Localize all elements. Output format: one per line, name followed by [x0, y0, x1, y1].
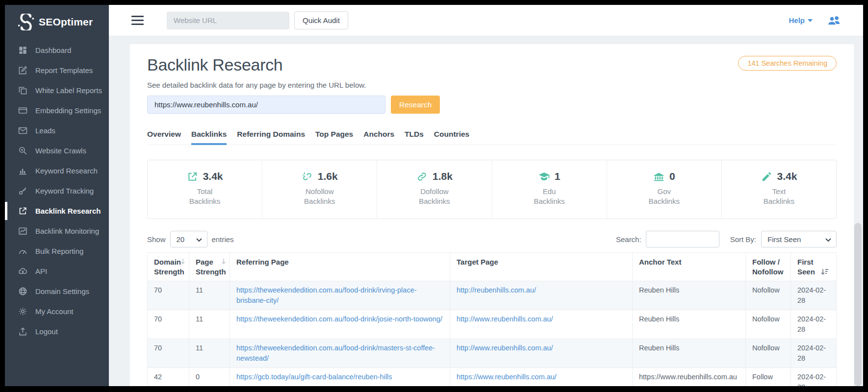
- page-title: Backlink Research: [147, 55, 282, 74]
- stat-gov-backlinks: 0 GovBacklinks: [607, 160, 721, 219]
- cell-target-page: http://www.reubenhills.com.au/: [450, 310, 633, 339]
- sidebar-item-label: Logout: [35, 327, 58, 336]
- globe-icon: [18, 287, 27, 296]
- sidebar-item-dashboard[interactable]: Dashboard: [5, 40, 109, 60]
- help-label: Help: [789, 16, 805, 24]
- sidebar-item-domain-settings[interactable]: Domain Settings: [5, 281, 109, 301]
- stats-bar: 3.4k TotalBacklinks 1.6k NofollowBacklin…: [147, 160, 837, 219]
- cell-anchor-text: Reuben Hills: [633, 281, 746, 310]
- target-page-link[interactable]: http://www.reubenhills.com.au/: [457, 315, 553, 323]
- sidebar-item-backlink-monitoring[interactable]: Backlink Monitoring: [5, 221, 109, 241]
- stat-edu-backlinks: 1 EduBacklinks: [492, 160, 607, 219]
- stat-label: DofollowBacklinks: [377, 187, 491, 206]
- cell-referring-page: https://gcb.today/au/gift-card-balance/r…: [230, 368, 450, 387]
- help-dropdown[interactable]: Help: [789, 16, 813, 24]
- tab-overview[interactable]: Overview: [147, 130, 181, 145]
- referring-page-link[interactable]: https://theweekendedition.com.au/food-dr…: [236, 315, 442, 323]
- sidebar-item-report-templates[interactable]: Report Templates: [5, 60, 109, 80]
- tab-tlds[interactable]: TLDs: [405, 130, 424, 145]
- vertical-scrollbar-thumb[interactable]: [854, 223, 862, 386]
- cell-anchor-text: Reuben Hills: [633, 310, 746, 339]
- column-header-first-seen[interactable]: First Seen: [791, 253, 837, 281]
- sidebar-item-keyword-tracking[interactable]: Keyword Tracking: [5, 181, 109, 201]
- stat-total-backlinks: 3.4k TotalBacklinks: [148, 160, 262, 219]
- backlink-research-card: Backlink Research 141 Searches Remaining…: [130, 44, 854, 386]
- sidebar-menu: Dashboard Report Templates White Label R…: [5, 40, 109, 342]
- tab-bar: OverviewBacklinksReferring DomainsTop Pa…: [147, 130, 837, 145]
- hamburger-menu-icon[interactable]: [131, 16, 144, 25]
- gear-icon: [18, 307, 27, 316]
- brand-name: SEOptimer: [39, 16, 93, 28]
- page-size-select[interactable]: 20: [171, 231, 207, 247]
- sidebar-item-label: Leads: [35, 126, 55, 135]
- sidebar-item-keyword-research[interactable]: Keyword Research: [5, 161, 109, 181]
- brand-logo: SEOptimer: [5, 5, 109, 37]
- caret-down-icon: [808, 19, 813, 22]
- cell-page-strength: 11: [189, 310, 230, 339]
- cell-anchor-text: Reuben Hills: [633, 339, 746, 368]
- sidebar-item-bulk-reporting[interactable]: Bulk Reporting: [5, 241, 109, 261]
- page-size-select-wrap: 20: [170, 231, 207, 247]
- column-header-anchor-text[interactable]: Anchor Text: [633, 253, 746, 281]
- tab-referring-domains[interactable]: Referring Domains: [237, 130, 305, 145]
- sidebar-item-logout[interactable]: Logout: [5, 321, 109, 342]
- sidebar-item-label: Domain Settings: [35, 287, 89, 295]
- target-page-link[interactable]: http://reubenhills.com.au/: [457, 286, 536, 294]
- cell-follow: Nofollow: [746, 339, 791, 368]
- sort-by-label: Sort By:: [730, 235, 756, 244]
- key-icon: [18, 186, 27, 196]
- cell-domain-strength: 70: [148, 281, 189, 310]
- users-icon[interactable]: [826, 14, 842, 27]
- target-page-link[interactable]: https://www.reubenhills.com.au/: [457, 373, 557, 381]
- searches-remaining-badge: 141 Searches Remaining: [738, 56, 837, 71]
- sidebar-item-website-crawls[interactable]: Website Crawls: [5, 141, 109, 161]
- stat-label: EduBacklinks: [492, 187, 607, 206]
- column-header-page-strength[interactable]: Page Strength: [189, 253, 230, 281]
- sidebar-item-backlink-research[interactable]: Backlink Research: [5, 201, 109, 221]
- website-url-input[interactable]: [167, 12, 289, 29]
- cell-referring-page: https://theweekendedition.com.au/food-dr…: [230, 339, 450, 368]
- sidebar-item-embedding-settings[interactable]: Embedding Settings: [5, 100, 109, 121]
- target-page-link[interactable]: http://www.reubenhills.com.au/: [457, 344, 553, 352]
- tab-backlinks[interactable]: Backlinks: [191, 130, 227, 145]
- research-button[interactable]: Research: [391, 96, 440, 114]
- sidebar-item-leads[interactable]: Leads: [5, 121, 109, 141]
- table-search-input[interactable]: [646, 231, 719, 247]
- column-header-referring-page[interactable]: Referring Page: [230, 253, 450, 281]
- table-header-row: Domain Strength Page Strength Referring …: [148, 253, 837, 281]
- referring-page-link[interactable]: https://theweekendedition.com.au/food-dr…: [236, 344, 435, 362]
- column-header-domain-strength[interactable]: Domain Strength: [148, 253, 189, 281]
- sidebar-item-label: Report Templates: [35, 66, 93, 74]
- sort-by-select[interactable]: First Seen: [762, 231, 836, 247]
- search-plus-icon: [18, 146, 27, 155]
- column-header-target-page[interactable]: Target Page: [450, 253, 633, 281]
- tab-anchors[interactable]: Anchors: [363, 130, 394, 145]
- column-header-label: Referring Page: [236, 258, 289, 266]
- research-url-input[interactable]: [147, 96, 385, 114]
- edit-icon: [18, 66, 27, 75]
- tab-top-pages[interactable]: Top Pages: [315, 130, 353, 145]
- sidebar-item-label: Backlink Research: [35, 207, 101, 215]
- tab-countries[interactable]: Countries: [434, 130, 469, 145]
- cell-page-strength: 11: [189, 339, 230, 368]
- column-header-follow-nofollow[interactable]: Follow / Nofollow: [746, 253, 791, 281]
- table-controls: Show 20 entries Search: Sort By: First S…: [147, 231, 837, 247]
- external-link-icon: [187, 171, 198, 182]
- stat-label: GovBacklinks: [607, 187, 721, 206]
- sidebar-item-white-label-reports[interactable]: White Label Reports: [5, 80, 109, 100]
- cell-anchor-text: https://www.reubenhills.com.au: [633, 368, 746, 387]
- sort-down-icon: [180, 258, 185, 265]
- dashboard-icon: [18, 46, 27, 55]
- sidebar-item-api[interactable]: API: [5, 261, 109, 281]
- referring-page-link[interactable]: https://gcb.today/au/gift-card-balance/r…: [236, 373, 392, 381]
- sidebar-item-label: Keyword Tracking: [35, 187, 94, 195]
- table-row: 420https://gcb.today/au/gift-card-balanc…: [148, 368, 837, 387]
- quick-audit-button[interactable]: Quick Audit: [294, 11, 348, 29]
- referring-page-link[interactable]: https://theweekendedition.com.au/food-dr…: [236, 286, 417, 304]
- stat-value: 0: [669, 171, 675, 182]
- sidebar-item-label: Keyword Research: [35, 167, 98, 175]
- topbar-right: Help: [789, 14, 863, 27]
- cell-page-strength: 11: [189, 281, 230, 310]
- sidebar-item-my-account[interactable]: My Account: [5, 301, 109, 321]
- stat-label: TextBacklinks: [722, 187, 836, 206]
